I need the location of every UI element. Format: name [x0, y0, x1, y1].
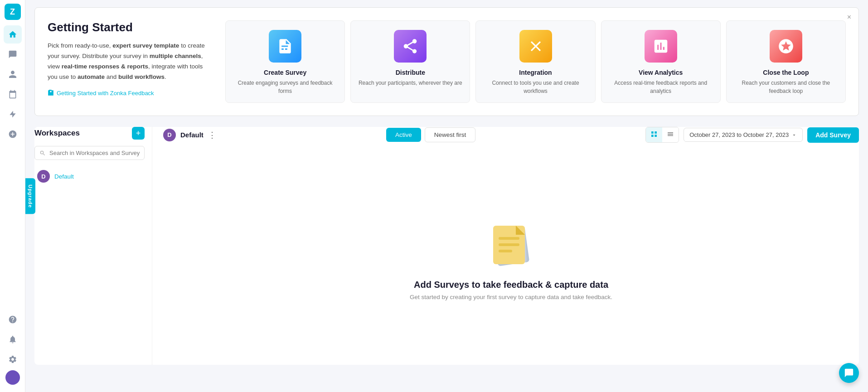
search-icon: [39, 150, 46, 156]
date-range-text: October 27, 2023 to October 27, 2023: [689, 131, 789, 138]
list-icon: [667, 131, 674, 138]
workspace-badge: D: [37, 170, 50, 183]
getting-started-left: Getting Started Pick from ready-to-use, …: [48, 20, 211, 97]
sidebar-item-workflows[interactable]: [4, 105, 22, 123]
workspaces-header: Workspaces +: [34, 127, 145, 140]
home-icon: [8, 30, 17, 39]
bell-icon: [8, 335, 17, 344]
empty-state-title: Add Surveys to take feedback & capture d…: [414, 280, 608, 290]
filter-newest-tab[interactable]: Newest first: [425, 127, 476, 142]
workspaces-top-bar: D Default ⋮ Active Newest first: [163, 127, 859, 143]
distribute-desc: Reach your participants, wherever they a…: [359, 79, 462, 87]
create-survey-icon: [276, 38, 294, 55]
add-workspace-button[interactable]: +: [132, 127, 145, 140]
grid-view-button[interactable]: [646, 127, 662, 142]
book-icon: [48, 90, 54, 96]
sidebar-item-add[interactable]: [4, 125, 22, 143]
close-loop-title: Close the Loop: [763, 69, 809, 76]
close-loop-desc: Reach your customers and close the feedb…: [733, 79, 839, 95]
feature-cards: Create Survey Create engaging surveys an…: [225, 20, 846, 103]
help-icon: [8, 315, 17, 324]
workspace-name: Default: [180, 131, 204, 139]
workflows-icon: [8, 110, 17, 119]
sidebar-item-feedback[interactable]: [4, 45, 22, 63]
workspace-search-box: [34, 146, 145, 160]
add-survey-button[interactable]: Add Survey: [807, 127, 859, 143]
getting-started-description: Pick from ready-to-use, expert survey te…: [48, 41, 211, 82]
sidebar-item-home[interactable]: [4, 25, 22, 44]
svg-rect-5: [499, 250, 512, 252]
analytics-icon: [652, 38, 669, 55]
integration-icon-box: [519, 30, 552, 63]
main-content: × Getting Started Pick from ready-to-use…: [25, 0, 868, 392]
workspace-name-header: D Default ⋮: [163, 129, 216, 141]
create-survey-desc: Create engaging surveys and feedback for…: [232, 79, 338, 95]
workspace-menu-button[interactable]: ⋮: [208, 130, 216, 140]
svg-rect-3: [499, 237, 519, 240]
feature-card-integration[interactable]: Integration Connect to tools you use and…: [475, 20, 595, 103]
empty-state: Add Surveys to take feedback & capture d…: [163, 150, 859, 365]
integration-title: Integration: [519, 69, 552, 76]
calendar-icon: [8, 90, 17, 99]
list-view-button[interactable]: [662, 127, 679, 142]
workspace-default-label: Default: [54, 173, 74, 180]
sidebar-nav: [4, 25, 22, 310]
distribute-icon: [402, 38, 419, 55]
integration-desc: Connect to tools you use and create work…: [482, 79, 588, 95]
workspaces-layout: Workspaces + D Default: [34, 127, 859, 365]
analytics-icon-box: [645, 30, 677, 63]
close-button[interactable]: ×: [847, 13, 851, 21]
sidebar-item-contacts[interactable]: [4, 65, 22, 83]
sidebar-logo[interactable]: Z: [5, 4, 21, 20]
feedback-icon: [8, 50, 17, 59]
workspaces-title: Workspaces: [34, 129, 80, 138]
empty-state-illustration: [484, 214, 538, 269]
sidebar-item-calendar[interactable]: [4, 85, 22, 103]
workspace-filters: Active Newest first: [386, 127, 475, 142]
feature-card-close-loop[interactable]: Close the Loop Reach your customers and …: [726, 20, 846, 103]
feature-card-distribute[interactable]: Distribute Reach your participants, wher…: [350, 20, 470, 103]
workspace-header-badge: D: [163, 129, 176, 141]
analytics-desc: Access real-time feedback reports and an…: [608, 79, 714, 95]
contacts-icon: [8, 70, 17, 79]
feature-card-analytics[interactable]: View Analytics Access real-time feedback…: [601, 20, 721, 103]
user-avatar[interactable]: [5, 370, 20, 385]
view-toggle: [645, 127, 679, 143]
empty-state-desc: Get started by creating your first surve…: [410, 294, 612, 300]
getting-started-title: Getting Started: [48, 20, 211, 34]
add-circle-icon: [8, 130, 17, 139]
settings-icon: [8, 355, 17, 364]
chevron-down-icon: [791, 132, 797, 138]
create-survey-title: Create Survey: [264, 69, 306, 76]
filter-active-tab[interactable]: Active: [386, 128, 421, 142]
feature-card-create-survey[interactable]: Create Survey Create engaging surveys an…: [225, 20, 345, 103]
create-survey-icon-box: [269, 30, 301, 63]
close-loop-icon: [777, 38, 795, 55]
getting-started-panel: × Getting Started Pick from ready-to-use…: [34, 7, 859, 116]
workspace-controls-right: October 27, 2023 to October 27, 2023 Add…: [645, 127, 859, 143]
chat-icon: [844, 368, 854, 378]
sidebar-item-help[interactable]: [4, 310, 22, 329]
date-filter[interactable]: October 27, 2023 to October 27, 2023: [684, 128, 803, 142]
workspaces-right-panel: D Default ⋮ Active Newest first: [152, 127, 859, 365]
sidebar-item-notifications[interactable]: [4, 330, 22, 348]
distribute-title: Distribute: [396, 69, 425, 76]
search-input[interactable]: [49, 150, 140, 156]
grid-icon: [650, 131, 658, 138]
workspaces-left-panel: Workspaces + D Default: [34, 127, 152, 365]
workspace-default-item[interactable]: D Default: [34, 166, 145, 186]
upgrade-strip[interactable]: Upgrade: [25, 178, 35, 214]
chat-support-button[interactable]: [839, 363, 859, 383]
sidebar-bottom: [4, 310, 22, 388]
analytics-title: View Analytics: [639, 69, 683, 76]
sidebar: Z: [0, 0, 25, 392]
workspaces-section: Workspaces + D Default: [34, 127, 859, 365]
sidebar-item-settings[interactable]: [4, 350, 22, 368]
getting-started-link[interactable]: Getting Started with Zonka Feedback: [48, 90, 211, 97]
close-loop-icon-box: [770, 30, 802, 63]
svg-rect-4: [499, 243, 519, 246]
distribute-icon-box: [394, 30, 427, 63]
integration-icon: [527, 38, 544, 55]
